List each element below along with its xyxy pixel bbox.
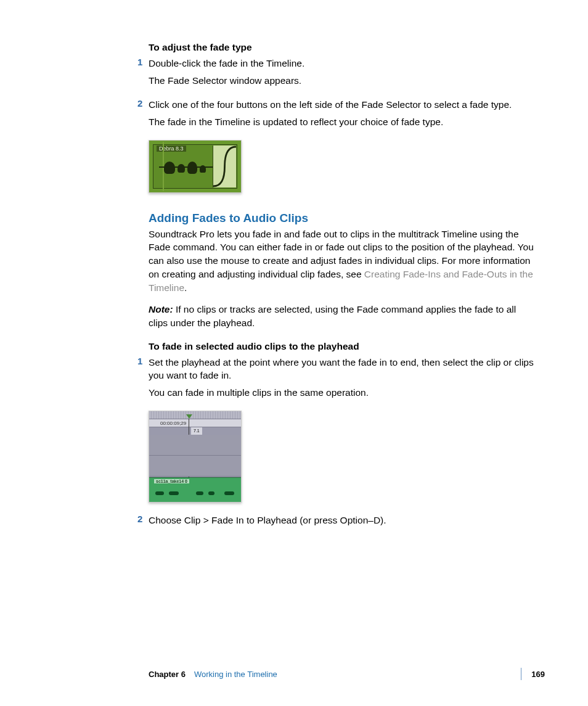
step-subtext: The Fade Selector window appears. [149,74,534,88]
section-heading-adding-fades: Adding Fades to Audio Clips [149,211,534,225]
step-subtext: The fade in the Timeline is updated to r… [149,115,534,129]
paragraph: Soundtrack Pro lets you fade in and fade… [149,228,534,294]
secondary-timecode: 7.1 [191,427,202,435]
paragraph-text-end: . [184,282,187,293]
clip-label: Debra 8.3 [157,146,186,152]
step-number: 2 [137,98,142,109]
figure-timeline: 00:00:09;29 7.1 sc11a_take14 0 [149,411,242,503]
note: Note: If no clips or tracks are selected… [149,303,534,329]
chapter-label: Chapter 6 [149,670,186,679]
step-number: 1 [137,356,142,366]
footer-separator [521,668,521,680]
note-label: Note: [149,304,173,314]
page-number: 169 [531,670,545,679]
step-text: Click one of the four buttons on the lef… [149,98,534,112]
fade-curve-icon [213,146,236,187]
step-number: 2 [137,514,142,524]
timecode-label: 00:00:09;29 [149,419,241,427]
chapter-title: Working in the Timeline [194,670,511,679]
step-text: Double-click the fade in the Timeline. [149,57,534,70]
playhead-marker-icon [186,414,192,419]
subheading-fade-in-clips: To fade in selected audio clips to the p… [149,341,534,352]
step-number: 1 [137,57,142,67]
audio-clip-label: sc11a_take14 0 [154,479,189,483]
note-text: If no clips or tracks are selected, usin… [149,304,516,328]
step-text: Set the playhead at the point where you … [149,356,534,382]
figure-fade-clip: Debra 8.3 [149,140,242,193]
step-text: Choose Clip > Fade In to Playhead (or pr… [149,514,534,527]
page-footer: Chapter 6 Working in the Timeline 169 [149,668,545,680]
step-subtext: You can fade in multiple clips in the sa… [149,386,534,400]
subheading-adjust-fade-type: To adjust the fade type [149,42,534,53]
